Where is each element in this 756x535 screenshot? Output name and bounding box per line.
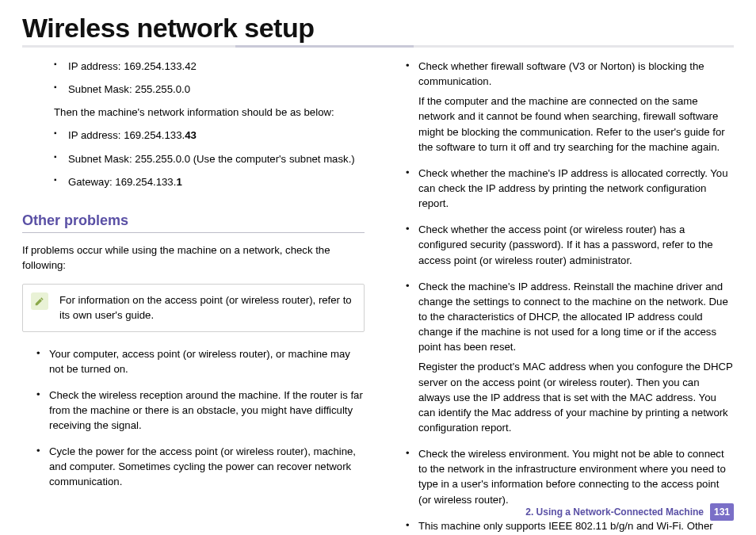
text: Subnet Mask: 255.255.0.0 (Use the comput…: [68, 153, 355, 165]
left-column: IP address: 169.254.133.42 Subnet Mask: …: [22, 59, 365, 535]
bold-text: 43: [185, 129, 197, 141]
list-item: IP address: 169.254.133.42: [54, 59, 365, 74]
title-underline: [22, 45, 734, 48]
text: IP address: 169.254.133.42: [68, 60, 197, 72]
text: This machine only supports IEEE 802.11 b…: [418, 520, 722, 535]
sub-paragraph: Register the product's MAC address when …: [418, 359, 734, 435]
text: IP address: 169.254.133.: [68, 129, 185, 141]
troubleshoot-list-right: Check whether firewall software (V3 or N…: [391, 59, 734, 535]
text: Gateway: 169.254.133.: [68, 176, 176, 188]
text: Cycle the power for the access point (or…: [49, 445, 356, 487]
list-item: Cycle the power for the access point (or…: [36, 444, 365, 489]
section-rule: [22, 232, 365, 233]
intro-paragraph: If problems occur while using the machin…: [22, 243, 365, 273]
page-title: Wireless network setup: [22, 13, 734, 44]
note-text: For information on the access point (or …: [59, 294, 352, 321]
list-item: Check whether the access point (or wirel…: [406, 222, 734, 267]
text: Check the wireless reception around the …: [49, 389, 363, 431]
list-item: Check the machine's IP address. Reinstal…: [406, 279, 734, 435]
list-item: Subnet Mask: 255.255.0.0 (Use the comput…: [54, 151, 365, 166]
text: Check whether the access point (or wirel…: [418, 224, 713, 266]
note-callout: For information on the access point (or …: [22, 284, 365, 331]
document-page: Wireless network setup IP address: 169.2…: [0, 0, 756, 535]
pencil-note-icon: [31, 292, 48, 310]
bold-text: 1: [176, 176, 181, 188]
list-item: Subnet Mask: 255.255.0.0: [54, 82, 365, 97]
text: Check the machine's IP address. Reinstal…: [418, 281, 728, 353]
list-item: Check whether firewall software (V3 or N…: [406, 59, 734, 155]
text: Check the wireless environment. You migh…: [418, 448, 726, 505]
text: Check whether the machine's IP address i…: [418, 167, 728, 209]
page-number: 131: [710, 503, 734, 521]
text: Check whether firewall software (V3 or N…: [418, 60, 704, 87]
text: Your computer, access point (or wireless…: [49, 348, 350, 375]
list-item: IP address: 169.254.133.43: [54, 128, 365, 143]
footer-chapter: 2. Using a Network-Connected Machine: [525, 506, 704, 518]
section-heading: Other problems: [22, 210, 365, 231]
text: Subnet Mask: 255.255.0.0: [68, 83, 190, 95]
list-item: Gateway: 169.254.133.1: [54, 174, 365, 189]
content-columns: IP address: 169.254.133.42 Subnet Mask: …: [22, 59, 734, 535]
troubleshoot-list-left: Your computer, access point (or wireless…: [22, 346, 365, 490]
then-paragraph: Then the machine's network information s…: [22, 105, 365, 120]
list-item: Check the wireless reception around the …: [36, 388, 365, 433]
list-item: Check the wireless environment. You migh…: [406, 446, 734, 507]
network-info-list-2: IP address: 169.254.133.43 Subnet Mask: …: [22, 128, 365, 189]
sub-paragraph: If the computer and the machine are conn…: [418, 94, 734, 155]
list-item: Check whether the machine's IP address i…: [406, 166, 734, 211]
right-column: Check whether firewall software (V3 or N…: [391, 59, 734, 535]
list-item: Your computer, access point (or wireless…: [36, 346, 365, 376]
page-footer: 2. Using a Network-Connected Machine 131: [525, 503, 734, 521]
network-info-list-1: IP address: 169.254.133.42 Subnet Mask: …: [22, 59, 365, 97]
